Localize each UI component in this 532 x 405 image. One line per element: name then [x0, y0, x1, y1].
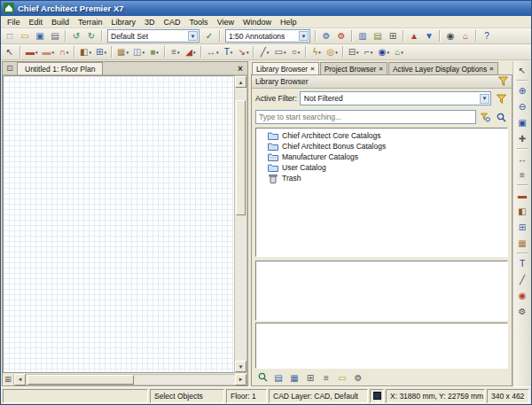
tab-library-browser[interactable]: Library Browser×	[252, 62, 319, 74]
menu-library[interactable]: Library	[107, 17, 141, 27]
camera-icon[interactable]: ◉	[443, 29, 458, 43]
default-set-select[interactable]: Default Set▼	[107, 29, 200, 43]
library-tree-item[interactable]: Chief Architect Bonus Catalogs	[256, 141, 507, 152]
vertical-scrollbar-thumb[interactable]	[236, 100, 246, 215]
close-tab-icon[interactable]: ×	[310, 65, 315, 73]
dropdown-arrow-icon[interactable]: ▾	[177, 50, 180, 55]
library-search-icon[interactable]	[255, 371, 270, 385]
new-plan-icon[interactable]: □	[3, 29, 17, 43]
dropdown-arrow-icon[interactable]: ▾	[298, 50, 301, 55]
close-doc-icon[interactable]: ×	[235, 64, 246, 74]
roof-icon[interactable]: ◢▾	[184, 45, 198, 58]
dropdown-arrow-icon[interactable]: ▾	[35, 50, 38, 55]
side-dimension-icon[interactable]: ≡	[515, 167, 530, 183]
dropdown-arrow-icon[interactable]: ▾	[401, 50, 403, 55]
open-catalog-icon[interactable]: ▭	[335, 371, 349, 385]
dropdown-arrow-icon[interactable]: ▾	[284, 50, 286, 55]
library-search-input[interactable]	[255, 110, 476, 124]
side-text-icon[interactable]: T	[515, 256, 530, 271]
scroll-down-icon[interactable]: ▾	[235, 361, 246, 372]
side-camera-icon[interactable]: ◉	[515, 288, 530, 303]
camera-view-icon[interactable]: ◉▾	[377, 45, 391, 58]
tile-view-icon[interactable]: ⊞	[303, 371, 317, 385]
menu-help[interactable]: Help	[276, 17, 301, 27]
chevron-down-icon[interactable]: ▼	[299, 31, 309, 41]
library-tree-item[interactable]: Chief Architect Core Catalogs	[256, 130, 507, 141]
tape-measure-icon[interactable]: ↔	[515, 152, 530, 167]
titlebar[interactable]: Chief Architect Premier X7	[1, 1, 531, 16]
save-plan-icon[interactable]: ▣	[33, 29, 47, 43]
horizontal-scrollbar-thumb[interactable]	[27, 375, 134, 385]
chevron-down-icon[interactable]: ▼	[480, 94, 489, 104]
dropdown-arrow-icon[interactable]: ▾	[156, 50, 159, 55]
dimension-icon[interactable]: ↔▾	[205, 45, 221, 58]
dropdown-arrow-icon[interactable]: ▾	[216, 50, 219, 55]
door-icon[interactable]: ◧▾	[78, 45, 93, 58]
red-wrench-icon[interactable]: ⚙	[334, 29, 348, 43]
project-browser-icon[interactable]: ▤	[371, 29, 385, 43]
dropdown-arrow-icon[interactable]: ▾	[52, 50, 55, 55]
filter-select[interactable]: Not Filtered ▼	[300, 91, 491, 105]
chevron-down-icon[interactable]: ▼	[188, 31, 198, 41]
dropdown-arrow-icon[interactable]: ▾	[193, 50, 196, 55]
text-icon[interactable]: T▾	[221, 45, 235, 58]
dropdown-arrow-icon[interactable]: ▾	[89, 50, 91, 55]
library-tree-item[interactable]: User Catalog	[256, 162, 507, 173]
dropdown-arrow-icon[interactable]: ▾	[267, 50, 270, 55]
side-select-arrow-icon[interactable]: ↖	[515, 63, 530, 78]
dropdown-arrow-icon[interactable]: ▾	[387, 50, 389, 55]
zoom-in-icon[interactable]: ⊕	[515, 83, 530, 98]
library-settings-icon[interactable]: ⚙	[351, 371, 365, 385]
cabinet-icon[interactable]: ▦▾	[115, 45, 130, 58]
float-window-icon[interactable]: ⊡	[4, 64, 15, 73]
cad-circle-icon[interactable]: ○▾	[288, 45, 302, 58]
dropdown-arrow-icon[interactable]: ▾	[66, 50, 69, 55]
close-tab-icon[interactable]: ×	[489, 65, 494, 73]
dropdown-arrow-icon[interactable]: ▾	[246, 50, 249, 55]
cad-line-icon[interactable]: ╱▾	[257, 45, 271, 58]
edit-filter-icon[interactable]	[494, 91, 508, 105]
search-filter-icon[interactable]	[478, 110, 492, 124]
side-cad-icon[interactable]: ╱	[515, 272, 530, 287]
elevation-icon[interactable]: ⌐▾	[362, 45, 376, 58]
search-icon[interactable]	[494, 110, 508, 124]
dropdown-arrow-icon[interactable]: ▾	[318, 50, 321, 55]
dropdown-arrow-icon[interactable]: ▾	[126, 50, 129, 55]
dropdown-arrow-icon[interactable]: ▾	[371, 50, 373, 55]
furniture-icon[interactable]: ■▾	[147, 45, 161, 58]
redo-icon[interactable]: ↻	[84, 29, 98, 43]
dropdown-arrow-icon[interactable]: ▾	[231, 50, 233, 55]
library-tree-item[interactable]: Trash	[256, 173, 507, 183]
preview-pane-icon[interactable]: ▤	[271, 371, 286, 385]
zoom-out-icon[interactable]: ⊖	[515, 99, 530, 114]
menu-cad[interactable]: CAD	[160, 17, 185, 27]
tab-floor-plan[interactable]: Untitled 1: Floor Plan	[17, 62, 103, 74]
scroll-right-icon[interactable]: ▸	[235, 374, 246, 386]
stairs-icon[interactable]: ≡▾	[168, 45, 183, 58]
menu-file[interactable]: File	[3, 17, 25, 27]
fill-window-icon[interactable]: ▣	[515, 115, 530, 130]
scroll-up-icon[interactable]: ▴	[235, 76, 246, 88]
dropdown-arrow-icon[interactable]: ▾	[142, 50, 145, 55]
select-objects-icon[interactable]: ↖	[3, 45, 17, 58]
menu-window[interactable]: Window	[239, 17, 276, 27]
side-settings-icon[interactable]: ⚙	[515, 304, 530, 319]
filter-funnel-icon[interactable]	[498, 76, 508, 88]
side-cabinet-icon[interactable]: ▦	[515, 236, 530, 251]
dropdown-arrow-icon[interactable]: ▾	[356, 50, 359, 55]
library-browser-icon[interactable]: ▥	[356, 29, 370, 43]
floor-down-icon[interactable]: ▼	[422, 29, 436, 43]
vertical-scrollbar[interactable]: ▴ ▾	[234, 75, 247, 373]
cross-section-icon[interactable]: ⊟▾	[347, 45, 361, 58]
blue-wrench-icon[interactable]: ⚙	[319, 29, 333, 43]
home-view-icon[interactable]: ⌂	[458, 29, 473, 43]
library-tree-item[interactable]: Manufacturer Catalogs	[256, 152, 507, 162]
layer-display-icon[interactable]: ⊞	[386, 29, 400, 43]
layout-grid-icon[interactable]: ⊞	[3, 375, 13, 384]
annotation-set-select[interactable]: 1:50 Annotations▼	[225, 29, 310, 43]
side-door-icon[interactable]: ◧	[515, 204, 530, 219]
curved-wall-icon[interactable]: ∩▾	[57, 45, 71, 58]
undo-icon[interactable]: ↺	[69, 29, 83, 43]
floor-plan-canvas[interactable]	[3, 75, 234, 373]
light-fixture-icon[interactable]: ◎▾	[325, 45, 339, 58]
